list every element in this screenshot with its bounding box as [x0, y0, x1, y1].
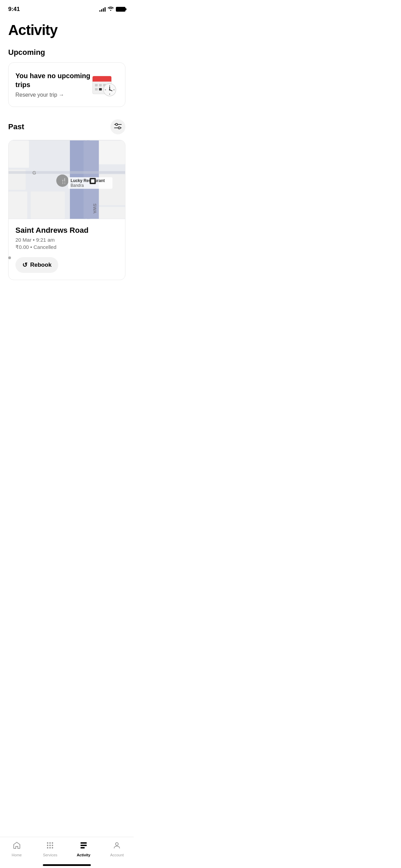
past-section-title: Past	[8, 122, 24, 131]
svg-rect-7	[99, 88, 102, 91]
main-content: Activity Upcoming You have no upcoming t…	[0, 16, 134, 280]
svg-rect-4	[99, 84, 102, 86]
past-header: Past	[8, 119, 125, 134]
map-svg: SWA 🍴 Lucky Restaurant Bandra G	[9, 140, 125, 219]
nav-dot	[8, 256, 11, 259]
svg-point-19	[116, 123, 118, 125]
trip-info: Saint Andrews Road 20 Mar • 9:21 am ₹0.0…	[9, 219, 125, 280]
svg-text:Bandra: Bandra	[71, 183, 84, 188]
status-bar: 9:41	[0, 0, 134, 16]
svg-rect-40	[91, 179, 95, 183]
svg-text:SWA: SWA	[92, 204, 97, 214]
upcoming-card: You have no upcoming trips Reserve your …	[8, 62, 125, 107]
calendar-icon-wrap	[91, 71, 118, 98]
svg-point-16	[109, 89, 110, 91]
svg-rect-2	[93, 79, 111, 82]
svg-point-20	[118, 127, 120, 129]
no-trips-text: You have no upcoming trips	[15, 71, 91, 89]
map-area: SWA 🍴 Lucky Restaurant Bandra G	[9, 140, 125, 219]
status-icons	[99, 6, 125, 12]
trip-amount: ₹0.00 • Cancelled	[15, 244, 118, 250]
calendar-clock-icon	[91, 71, 118, 98]
svg-rect-22	[9, 141, 29, 168]
rebook-label: Rebook	[30, 262, 51, 268]
trip-title: Saint Andrews Road	[15, 226, 118, 235]
svg-rect-32	[9, 171, 125, 174]
reserve-link[interactable]: Reserve your trip →	[15, 92, 64, 98]
svg-text:G: G	[33, 170, 36, 176]
svg-text:Lucky Restaurant: Lucky Restaurant	[71, 178, 105, 183]
status-time: 9:41	[8, 6, 20, 13]
svg-rect-6	[95, 88, 98, 91]
upcoming-card-text: You have no upcoming trips Reserve your …	[15, 71, 91, 98]
svg-rect-24	[9, 192, 27, 219]
page-title: Activity	[8, 22, 125, 38]
svg-rect-3	[95, 84, 98, 86]
signal-icon	[99, 7, 106, 12]
battery-icon	[116, 7, 125, 12]
svg-rect-25	[31, 192, 65, 219]
trip-date: 20 Mar • 9:21 am	[15, 237, 118, 243]
filter-icon	[114, 123, 122, 131]
upcoming-section-title: Upcoming	[8, 48, 125, 57]
rebook-button[interactable]: ↺ Rebook	[15, 257, 58, 273]
svg-text:🍴: 🍴	[60, 178, 67, 184]
trip-card: SWA 🍴 Lucky Restaurant Bandra G	[8, 140, 125, 280]
wifi-icon	[108, 6, 114, 12]
filter-button[interactable]	[110, 119, 125, 134]
rebook-icon: ↺	[22, 261, 27, 269]
